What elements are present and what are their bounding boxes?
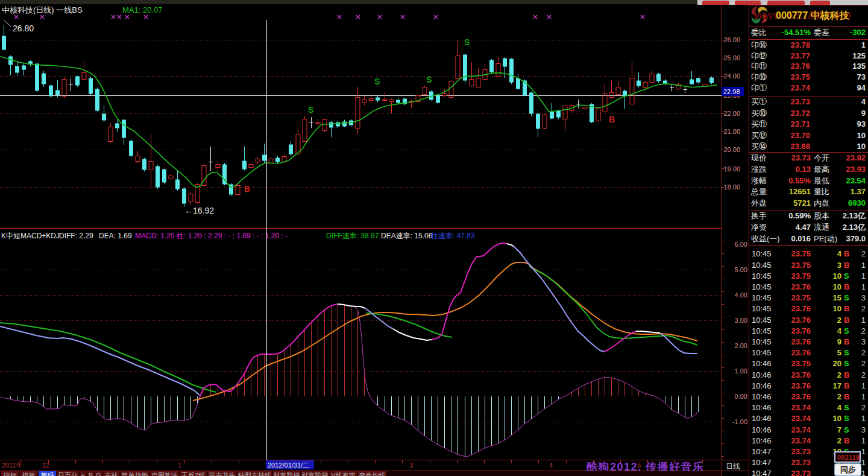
svg-text:2012/01/31/二: 2012/01/31/二 (268, 462, 309, 469)
svg-text:2.00: 2.00 (735, 342, 747, 349)
svg-text:S: S (374, 77, 380, 86)
svg-text:19.00: 19.00 (723, 165, 740, 173)
svg-text:K中短MACD+KDJ: K中短MACD+KDJ (1, 232, 60, 240)
svg-text:22.00: 22.00 (723, 110, 740, 117)
svg-text:B: B (244, 184, 250, 194)
svg-text:1: 1 (178, 462, 181, 469)
svg-text:MACD: 1.20: MACD: 1.20 (135, 232, 175, 240)
svg-text:5.00: 5.00 (735, 266, 747, 273)
svg-text:DIFF速率: 38.97: DIFF速率: 38.97 (326, 232, 379, 240)
svg-text:日线: 日线 (726, 462, 740, 471)
svg-text:3.00: 3.00 (735, 317, 747, 324)
svg-text:中核科技(日线) 一线BS: 中核科技(日线) 一线BS (2, 5, 83, 14)
svg-text:DEA速率: 15.06: DEA速率: 15.06 (381, 232, 433, 240)
svg-text:24.00: 24.00 (723, 72, 740, 80)
svg-text:0.00: 0.00 (735, 393, 747, 400)
svg-text:DEA: 1.69: DEA: 1.69 (99, 232, 132, 240)
svg-text:柱速率: 47.83: 柱速率: 47.83 (430, 232, 475, 240)
svg-text:2011年: 2011年 (2, 462, 23, 469)
svg-text:S: S (464, 37, 470, 47)
svg-text:S: S (426, 75, 432, 84)
svg-text:4.00: 4.00 (735, 291, 747, 299)
svg-text:12: 12 (42, 462, 49, 469)
svg-text:DIFF: 2.29: DIFF: 2.29 (59, 232, 93, 240)
svg-text:25.00: 25.00 (723, 54, 740, 62)
svg-text:20.00: 20.00 (723, 146, 740, 153)
svg-text:4: 4 (549, 462, 553, 469)
svg-text:18.00: 18.00 (723, 183, 740, 191)
svg-text:柱: 1.20 : 2.29 : - : 1.69 : -: 柱: 1.20 : 2.29 : - : 1.69 : - : 1.20 : - (176, 232, 288, 240)
svg-text:B: B (609, 115, 615, 124)
svg-text:26.00: 26.00 (723, 36, 740, 43)
svg-text:22.98: 22.98 (723, 88, 740, 95)
svg-text:26.80: 26.80 (13, 24, 34, 33)
svg-text:MA1: 20.07: MA1: 20.07 (122, 5, 163, 14)
svg-text:-1.00: -1.00 (732, 418, 747, 425)
svg-text:6.00: 6.00 (735, 241, 747, 248)
svg-text:21.00: 21.00 (723, 128, 740, 135)
svg-text:S: S (308, 105, 313, 115)
svg-text:1.00: 1.00 (735, 367, 747, 375)
svg-text:3: 3 (409, 462, 413, 469)
svg-text:←16.92: ←16.92 (184, 206, 214, 215)
